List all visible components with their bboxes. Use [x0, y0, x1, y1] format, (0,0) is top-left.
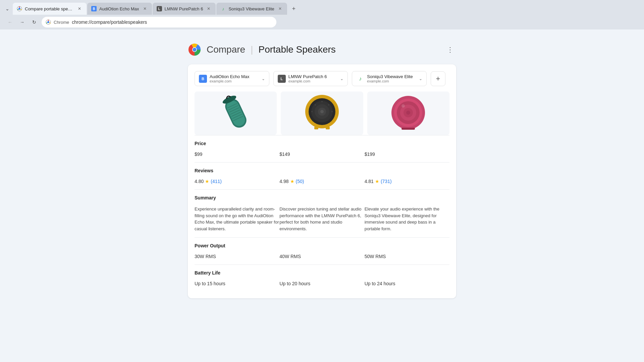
- product-2-review-link[interactable]: (50): [296, 179, 304, 184]
- speaker-1-svg: [219, 93, 253, 133]
- product-3-price: $199: [365, 149, 449, 163]
- tab-lmnw[interactable]: L LMNW PurePatch 6 ✕: [153, 3, 216, 15]
- product-selector-2[interactable]: L LMNW PurePatch 6 example.com ⌄: [273, 71, 348, 86]
- svg-point-29: [311, 111, 313, 112]
- svg-point-3: [47, 21, 49, 23]
- tab-soniqu[interactable]: ♪ Soniqu3 Vibewave Elite ✕: [216, 3, 287, 15]
- tab-soniqu-label: Soniqu3 Vibewave Elite: [228, 6, 274, 11]
- battery-section-label: Battery Life: [195, 265, 449, 279]
- audio1-tab-icon: B: [91, 6, 97, 11]
- product-2-info: LMNW PurePatch 6 example.com: [288, 74, 338, 83]
- header-divider: |: [251, 44, 253, 55]
- power-data-row: 30W RMS 40W RMS 50W RMS: [195, 251, 449, 265]
- product-3-rating-value: 4.81: [365, 179, 374, 184]
- svg-rect-25: [326, 127, 330, 129]
- product-2-power: 40W RMS: [279, 251, 364, 265]
- product-3-star: ★: [375, 179, 379, 184]
- svg-rect-24: [314, 127, 318, 129]
- reload-button[interactable]: ↻: [30, 17, 39, 27]
- tab-soniqu-close[interactable]: ✕: [277, 6, 283, 12]
- product-3-summary-text: Elevate your audio experience with the S…: [365, 206, 439, 231]
- product-1-review-link[interactable]: (411): [211, 179, 222, 184]
- tab-audio1-close[interactable]: ✕: [142, 6, 148, 12]
- summary-section-row: Summary: [195, 190, 449, 203]
- back-button[interactable]: ←: [5, 17, 15, 27]
- price-data-row: $99 $149 $199: [195, 149, 449, 163]
- product-2-price: $149: [279, 149, 364, 163]
- product-2-summary-text: Discover precision tuning and stellar au…: [279, 206, 361, 231]
- product-2-domain: example.com: [288, 79, 338, 83]
- new-tab-button[interactable]: +: [289, 4, 299, 13]
- address-bar-row: ← → ↻ Chrome chrome://compare/portablesp…: [0, 15, 644, 29]
- product-3-image: [367, 92, 449, 135]
- product-1-chevron: ⌄: [262, 76, 265, 81]
- product-3-reviews: 4.81 ★ (731): [365, 176, 449, 190]
- product-selector-1[interactable]: B AudiOtion Echo Max example.com ⌄: [195, 71, 269, 86]
- svg-point-27: [315, 104, 316, 106]
- tab-bar: ⌄ Compare portable speaker ✕ B AudiOtion…: [0, 0, 644, 15]
- product-2-summary: Discover precision tuning and stellar au…: [279, 203, 364, 238]
- product-1-power: 30W RMS: [195, 251, 279, 265]
- reviews-section-label: Reviews: [195, 163, 449, 176]
- chrome-logo: [188, 43, 201, 56]
- add-product-icon: +: [436, 74, 440, 83]
- back-icon: ←: [8, 19, 12, 25]
- add-product-button[interactable]: +: [431, 71, 445, 86]
- product-selectors: B AudiOtion Echo Max example.com ⌄ L LMN…: [195, 71, 449, 86]
- compare-label: Compare: [207, 44, 245, 55]
- product-1-icon: B: [199, 75, 207, 83]
- product-3-icon: ♪: [356, 75, 364, 83]
- product-1-name: AudiOtion Echo Max: [210, 74, 259, 79]
- more-options-button[interactable]: ⋮: [444, 44, 456, 56]
- product-1-battery: Up to 15 hours: [195, 278, 279, 292]
- product-1-summary: Experience unparalleled clarity and room…: [195, 203, 279, 238]
- more-icon: ⋮: [447, 46, 454, 54]
- product-3-power: 50W RMS: [365, 251, 449, 265]
- reload-icon: ↻: [32, 19, 36, 25]
- product-2-name: LMNW PurePatch 6: [288, 74, 338, 79]
- page-header-left: Compare | Portable Speakers: [188, 43, 336, 56]
- product-1-star: ★: [205, 179, 209, 184]
- battery-data-row: Up to 15 hours Up to 20 hours Up to 24 h…: [195, 278, 449, 292]
- tab-audio1[interactable]: B AudiOtion Echo Max ✕: [87, 3, 152, 15]
- lmnw-tab-icon: L: [157, 6, 162, 11]
- product-2-icon: L: [278, 75, 286, 83]
- tab-lmnw-close[interactable]: ✕: [206, 6, 212, 12]
- chrome-address-icon: [46, 19, 51, 25]
- tab-compare-close[interactable]: ✕: [76, 6, 83, 12]
- power-section-label: Power Output: [195, 238, 449, 251]
- product-1-summary-text: Experience unparalleled clarity and room…: [195, 206, 279, 231]
- product-selector-3[interactable]: ♪ Soniqu3 Vibewave Elite example.com ⌄: [352, 71, 427, 86]
- svg-point-1: [18, 8, 20, 10]
- product-1-domain: example.com: [210, 79, 259, 83]
- svg-point-23: [320, 110, 324, 113]
- product-3-battery: Up to 24 hours: [365, 278, 449, 292]
- product-3-review-count: 731: [382, 179, 390, 184]
- product-1-review-count: 411: [212, 179, 220, 184]
- product-3-review-link[interactable]: (731): [381, 179, 392, 184]
- product-images: [195, 92, 449, 135]
- product-2-image: [281, 92, 363, 135]
- svg-point-28: [328, 104, 329, 106]
- speaker-2-svg: [300, 93, 344, 133]
- product-3-rating-row: 4.81 ★ (731): [365, 179, 449, 184]
- power-section-row: Power Output: [195, 238, 449, 251]
- product-3-chevron: ⌄: [419, 76, 422, 81]
- product-3-summary: Elevate your audio experience with the S…: [365, 203, 449, 238]
- address-bar[interactable]: Chrome chrome://compare/portablespeakers: [42, 17, 276, 27]
- product-2-rating-value: 4.98: [279, 179, 288, 184]
- product-3-name: Soniqu3 Vibewave Elite: [367, 74, 416, 79]
- product-1-rating-row: 4.80 ★ (411): [195, 179, 279, 184]
- compare-card: B AudiOtion Echo Max example.com ⌄ L LMN…: [188, 64, 456, 298]
- tab-compare[interactable]: Compare portable speaker ✕: [13, 3, 87, 15]
- tab-list-dropdown[interactable]: ⌄: [3, 4, 12, 13]
- summary-data-row: Experience unparalleled clarity and room…: [195, 203, 449, 238]
- svg-point-38: [401, 104, 405, 108]
- forward-button[interactable]: →: [17, 17, 27, 27]
- compare-container: Compare | Portable Speakers ⋮ B AudiOtio…: [188, 43, 456, 298]
- tab-audio1-label: AudiOtion Echo Max: [99, 6, 139, 11]
- reviews-data-row: 4.80 ★ (411) 4.98 ★ (50): [195, 176, 449, 190]
- product-2-chevron: ⌄: [340, 76, 343, 81]
- product-2-battery: Up to 20 hours: [279, 278, 364, 292]
- reviews-section-row: Reviews: [195, 163, 449, 176]
